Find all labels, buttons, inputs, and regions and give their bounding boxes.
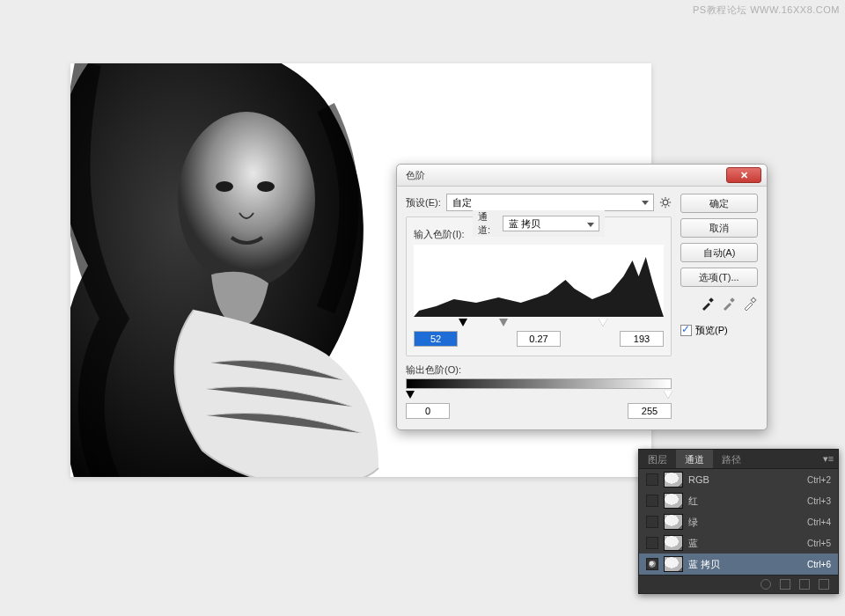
watermark-text: PS教程论坛 WWW.16XX8.COM: [693, 4, 840, 17]
output-max-slider[interactable]: [664, 391, 672, 399]
svg-line-12: [668, 199, 669, 200]
channel-list: RGB Ctrl+2 红 Ctrl+3 绿 Ctrl+4 蓝 Ctrl+5 蓝 …: [639, 469, 838, 575]
shadow-slider[interactable]: [459, 319, 467, 326]
levels-dialog: 色阶 ✕ 预设(E): 自定: [396, 164, 768, 430]
channel-row-green[interactable]: 绿 Ctrl+4: [639, 511, 838, 532]
channel-thumbnail: [664, 514, 683, 530]
save-selection-icon[interactable]: [780, 579, 790, 590]
channel-thumbnail: [664, 493, 683, 509]
white-eyedropper-icon[interactable]: [742, 296, 758, 312]
channel-row-blue[interactable]: 蓝 Ctrl+5: [639, 532, 838, 554]
output-slider[interactable]: [406, 391, 672, 400]
channel-value: 蓝 拷贝: [509, 217, 540, 231]
svg-point-3: [257, 181, 275, 192]
output-gradient[interactable]: [406, 378, 672, 389]
channel-label: 蓝: [688, 537, 802, 550]
channel-label: 蓝 拷贝: [688, 558, 802, 571]
visibility-toggle[interactable]: [646, 473, 658, 486]
svg-line-9: [662, 199, 663, 200]
tab-layers[interactable]: 图层: [639, 450, 676, 468]
svg-rect-14: [730, 297, 735, 303]
options-button[interactable]: 选项(T)...: [680, 268, 758, 287]
svg-line-10: [668, 205, 669, 206]
new-channel-icon[interactable]: [799, 579, 810, 590]
output-min-slider[interactable]: [406, 391, 415, 399]
input-slider[interactable]: [414, 319, 664, 327]
channel-shortcut: Ctrl+5: [807, 539, 831, 548]
output-min-input[interactable]: 0: [406, 403, 450, 419]
delete-channel-icon[interactable]: [819, 579, 829, 590]
load-selection-icon[interactable]: [760, 579, 771, 590]
dialog-title: 色阶: [406, 169, 425, 182]
auto-button[interactable]: 自动(A): [680, 243, 758, 262]
channel-row-red[interactable]: 红 Ctrl+3: [639, 490, 838, 511]
gray-eyedropper-icon[interactable]: [721, 296, 737, 312]
black-eyedropper-icon[interactable]: [700, 296, 716, 312]
channel-shortcut: Ctrl+6: [807, 560, 831, 569]
midtones-input[interactable]: 0.27: [517, 331, 561, 347]
cancel-button[interactable]: 取消: [680, 218, 758, 238]
svg-line-11: [662, 205, 663, 206]
channel-shortcut: Ctrl+3: [807, 496, 831, 506]
portrait-image: [70, 63, 422, 477]
channel-thumbnail: [664, 556, 683, 572]
svg-point-2: [216, 181, 233, 192]
visibility-toggle[interactable]: [646, 495, 658, 507]
channel-select[interactable]: 蓝 拷贝: [503, 216, 599, 231]
tab-channels[interactable]: 通道: [676, 450, 713, 468]
channel-label: 红: [688, 495, 802, 508]
dialog-titlebar[interactable]: 色阶 ✕: [397, 165, 767, 187]
tab-paths[interactable]: 路径: [713, 450, 750, 468]
channel-row-rgb[interactable]: RGB Ctrl+2: [639, 469, 838, 490]
gear-icon[interactable]: [659, 196, 672, 209]
svg-point-1: [178, 112, 315, 288]
preset-select[interactable]: 自定: [446, 194, 654, 211]
preset-value: 自定: [452, 196, 472, 209]
channel-label: RGB: [688, 474, 802, 485]
channel-thumbnail: [664, 535, 683, 551]
ok-button[interactable]: 确定: [680, 194, 758, 213]
visibility-toggle[interactable]: [646, 537, 658, 549]
svg-rect-15: [751, 297, 756, 303]
midtone-slider[interactable]: [499, 319, 508, 326]
preset-label: 预设(E):: [406, 196, 441, 209]
close-button[interactable]: ✕: [726, 167, 761, 183]
input-fieldset: 通道: 蓝 拷贝 输入色阶(I): 52: [406, 216, 672, 356]
channel-shortcut: Ctrl+4: [807, 517, 831, 527]
channel-label: 通道:: [478, 210, 497, 237]
visibility-toggle[interactable]: [646, 516, 658, 528]
panel-menu-icon[interactable]: ▾≡: [819, 450, 838, 468]
histogram: [414, 245, 664, 317]
svg-rect-13: [709, 297, 714, 303]
channel-thumbnail: [664, 472, 683, 488]
output-levels-label: 输出色阶(O):: [406, 363, 672, 377]
close-icon: ✕: [740, 170, 748, 181]
svg-point-4: [663, 200, 668, 205]
highlights-input[interactable]: 193: [620, 331, 664, 347]
channels-panel: 图层 通道 路径 ▾≡ RGB Ctrl+2 红 Ctrl+3 绿 Ctrl+4…: [638, 449, 839, 594]
highlight-slider[interactable]: [599, 319, 607, 326]
preview-checkbox[interactable]: [680, 325, 692, 336]
shadows-input[interactable]: 52: [414, 331, 458, 347]
channel-label: 绿: [688, 516, 802, 529]
visibility-toggle[interactable]: [646, 558, 658, 570]
channel-row-blue-copy[interactable]: 蓝 拷贝 Ctrl+6: [639, 554, 838, 575]
preview-label: 预览(P): [695, 324, 728, 337]
channel-shortcut: Ctrl+2: [807, 475, 831, 485]
output-max-input[interactable]: 255: [628, 403, 672, 419]
